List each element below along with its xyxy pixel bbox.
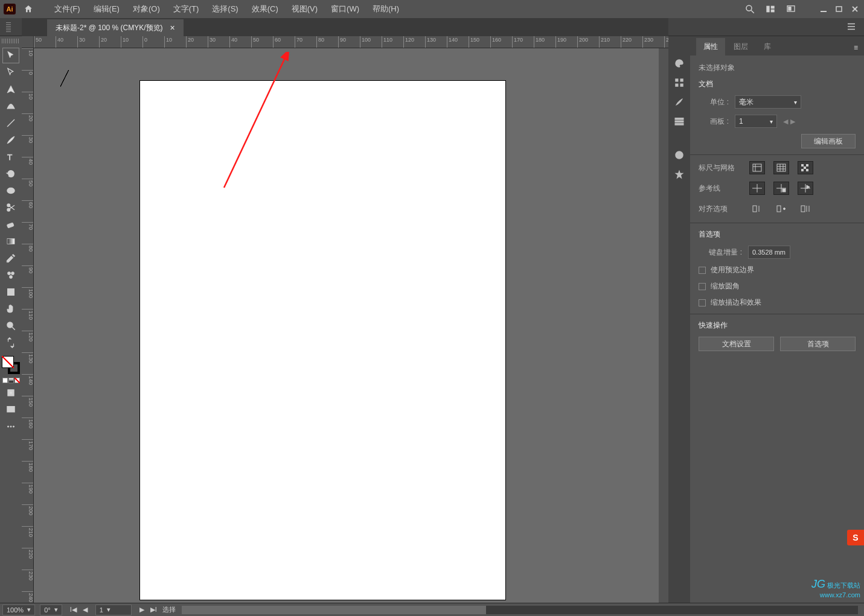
type-tool[interactable]: T xyxy=(3,150,19,164)
svg-rect-65 xyxy=(777,206,781,212)
canvas-area: 未标题-2* @ 100 % (CMYK/预览) × 5040302010010… xyxy=(22,36,668,603)
ime-indicator[interactable]: S xyxy=(847,530,864,545)
dock-stroke-icon[interactable] xyxy=(673,115,686,128)
menu-select[interactable]: 选择(S) xyxy=(206,1,244,17)
ruler-origin[interactable] xyxy=(22,36,34,48)
panel-menu-icon[interactable]: ≡ xyxy=(848,40,864,56)
eraser-tool[interactable] xyxy=(3,217,19,232)
rotate-tool[interactable] xyxy=(3,167,19,181)
vertical-scrollbar[interactable] xyxy=(659,48,668,603)
ruler-toggle-icon[interactable] xyxy=(749,161,765,174)
guides-lock-icon[interactable] xyxy=(773,182,789,195)
svg-rect-53 xyxy=(804,167,806,169)
menu-object[interactable]: 对象(O) xyxy=(127,1,166,17)
artboard-index-field[interactable]: 1▾ xyxy=(95,605,132,615)
gradient-tool[interactable] xyxy=(3,234,19,249)
document-tab[interactable]: 未标题-2* @ 100 % (CMYK/预览) × xyxy=(47,19,184,36)
menu-help[interactable]: 帮助(H) xyxy=(366,1,405,17)
eyedropper-tool[interactable] xyxy=(3,251,19,265)
color-mode-row[interactable] xyxy=(2,378,20,383)
nav-next[interactable]: ▶ xyxy=(138,606,146,614)
dock-brushes-icon[interactable] xyxy=(673,95,686,109)
svg-rect-29 xyxy=(7,407,14,412)
toolbar-grip-icon[interactable] xyxy=(2,39,20,43)
artboard-nav[interactable]: ◀▶ xyxy=(783,118,795,125)
zoom-tool[interactable] xyxy=(3,319,19,333)
arrange-docs-icon[interactable] xyxy=(765,4,776,14)
tab-library[interactable]: 库 xyxy=(757,38,778,56)
snap-to-point-icon[interactable] xyxy=(773,202,789,215)
rotation-field[interactable]: 0°▾ xyxy=(40,605,62,615)
screen-mode[interactable] xyxy=(3,402,19,417)
close-button[interactable] xyxy=(850,5,860,13)
ruler-horizontal[interactable]: 5040302010010203040506070809010011012013… xyxy=(34,36,668,48)
nav-first[interactable]: I◀ xyxy=(68,606,78,614)
svg-point-16 xyxy=(7,188,14,194)
smart-guides-icon[interactable] xyxy=(798,182,813,195)
maximize-button[interactable] xyxy=(834,5,845,13)
kbd-inc-label: 键盘增量 : xyxy=(699,247,742,258)
selection-tool[interactable] xyxy=(3,48,19,63)
nav-prev[interactable]: ◀ xyxy=(81,606,89,614)
minimize-button[interactable] xyxy=(818,5,829,13)
brush-tool[interactable] xyxy=(3,133,19,147)
direct-selection-tool[interactable] xyxy=(3,65,19,80)
tab-layers[interactable]: 图层 xyxy=(726,38,755,56)
scissors-tool[interactable] xyxy=(3,200,19,215)
toggle-fill-stroke[interactable] xyxy=(3,335,19,350)
check-preview-bounds[interactable]: 使用预览边界 xyxy=(699,265,856,275)
dock-symbols-icon[interactable] xyxy=(673,168,686,181)
edit-artboard-button[interactable]: 编辑画板 xyxy=(801,134,856,148)
svg-point-31 xyxy=(10,426,11,427)
check-scale-corners[interactable]: 缩放圆角 xyxy=(699,281,856,291)
tab-properties[interactable]: 属性 xyxy=(696,38,725,56)
svg-point-22 xyxy=(11,272,14,275)
menu-window[interactable]: 窗口(W) xyxy=(325,1,365,17)
svg-rect-39 xyxy=(675,121,683,122)
drawn-path[interactable] xyxy=(60,70,69,87)
artboard-select[interactable]: 1▾ xyxy=(735,115,777,128)
artboard-label: 画板 : xyxy=(699,116,729,127)
menu-edit[interactable]: 编辑(E) xyxy=(88,1,126,17)
transparency-grid-icon[interactable] xyxy=(798,161,813,174)
fill-stroke-swatch[interactable] xyxy=(2,356,20,374)
hand-tool[interactable] xyxy=(3,302,19,316)
grid-toggle-icon[interactable] xyxy=(773,161,789,174)
dock-appearance-icon[interactable] xyxy=(673,148,686,162)
check-scale-strokes[interactable]: 缩放描边和效果 xyxy=(699,297,856,308)
search-icon[interactable] xyxy=(744,4,755,14)
canvas-viewport[interactable] xyxy=(34,48,659,603)
menu-view[interactable]: 视图(V) xyxy=(286,1,324,17)
preferences-button[interactable]: 首选项 xyxy=(780,337,856,351)
line-tool[interactable] xyxy=(3,116,19,130)
menu-effect[interactable]: 效果(C) xyxy=(246,1,284,17)
pen-tool[interactable] xyxy=(3,82,19,97)
svg-point-21 xyxy=(8,272,11,275)
snap-to-grid-icon[interactable] xyxy=(798,202,813,215)
tab-close-icon[interactable]: × xyxy=(170,23,175,33)
unit-select[interactable]: 毫米▾ xyxy=(735,95,801,109)
home-icon[interactable] xyxy=(22,2,35,16)
curvature-tool[interactable] xyxy=(3,99,19,113)
edit-toolbar[interactable] xyxy=(3,419,19,434)
shape-tool[interactable] xyxy=(3,183,19,198)
menu-file[interactable]: 文件(F) xyxy=(48,1,86,17)
artboard[interactable] xyxy=(140,81,505,600)
document-setup-button[interactable]: 文档设置 xyxy=(699,337,774,351)
horizontal-scrollbar[interactable] xyxy=(182,606,858,614)
zoom-field[interactable]: 100%▾ xyxy=(2,605,35,615)
symbol-tool[interactable] xyxy=(3,268,19,282)
snap-to-pixel-icon[interactable] xyxy=(749,202,765,215)
kbd-inc-input[interactable] xyxy=(748,246,790,259)
guides-visibility-icon[interactable] xyxy=(749,182,765,195)
svg-rect-34 xyxy=(675,78,678,81)
menu-text[interactable]: 文字(T) xyxy=(167,1,205,17)
ruler-vertical[interactable]: 1001020304050607080901001101201301401501… xyxy=(22,48,34,603)
workspace-icon[interactable] xyxy=(786,4,796,14)
controlbar-menu-icon[interactable] xyxy=(846,21,858,33)
dock-swatches-icon[interactable] xyxy=(673,76,686,89)
dock-color-icon[interactable] xyxy=(673,57,686,70)
nav-last[interactable]: ▶I xyxy=(149,606,159,614)
draw-mode[interactable] xyxy=(3,386,19,400)
artboard-tool[interactable] xyxy=(3,285,19,299)
